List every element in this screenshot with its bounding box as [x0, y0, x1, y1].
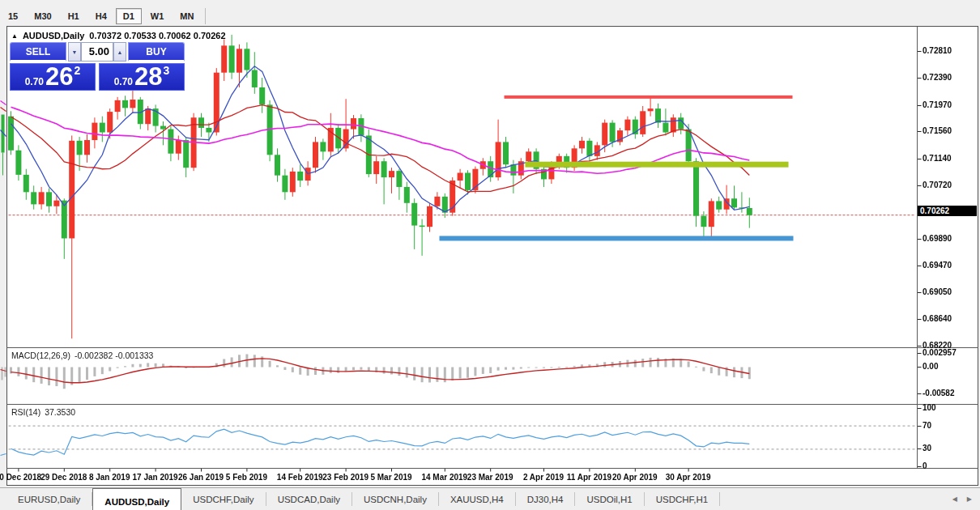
- date-axis-separator: [6, 468, 978, 469]
- macd-name: MACD(12,26,9): [11, 351, 70, 360]
- timeframe-button-w1[interactable]: W1: [143, 8, 172, 24]
- volume-input[interactable]: 5.00: [81, 42, 113, 62]
- volume-decrease-button[interactable]: ▼: [68, 42, 81, 62]
- chart-tab-usdchf-daily[interactable]: USDCHF,Daily: [181, 492, 266, 506]
- sell-button[interactable]: SELL: [10, 42, 66, 62]
- rsi-name: RSI(14): [11, 407, 40, 417]
- tab-scroll-arrows: ◀ ▶: [952, 488, 980, 510]
- price-axis-label: 0.69470: [922, 261, 952, 270]
- chart-tab-usdcad-daily[interactable]: USDCAD,Daily: [266, 492, 352, 506]
- date-axis-label: 20 Dec 2018: [0, 473, 41, 482]
- price-axis-label: 0.71970: [922, 100, 952, 109]
- collapse-arrow-icon[interactable]: ▲: [11, 32, 18, 40]
- date-axis-label: 26 Jan 2019: [178, 473, 224, 482]
- buy-price-button[interactable]: 0.70 28 3: [99, 63, 185, 91]
- price-axis-label: 0.71140: [922, 154, 952, 163]
- chart-tab-usdoil-h1[interactable]: USDOil,H1: [575, 492, 644, 506]
- price-axis-label: 0.69890: [922, 234, 952, 243]
- macd-indicator-label: MACD(12,26,9) -0.002382 -0.001333: [11, 351, 153, 360]
- rsi-axis-label: 100: [922, 403, 936, 412]
- rsi-axis-label: 30: [922, 444, 931, 453]
- date-axis-label: 30 Apr 2019: [666, 473, 711, 482]
- chart-tabs: EURUSD,DailyAUDUSD,DailyUSDCHF,DailyUSDC…: [0, 488, 720, 510]
- rsi-indicator-label: RSI(14) 37.3530: [11, 407, 75, 417]
- sell-price-button[interactable]: 0.70 26 2: [10, 63, 96, 91]
- date-axis-label: 17 Jan 2019: [133, 473, 178, 482]
- timeframe-button-m30[interactable]: M30: [27, 8, 58, 24]
- price-axis-label: 0.68640: [922, 314, 952, 323]
- macd-axis-label: 0.002957: [922, 348, 957, 357]
- symbol-period-label: AUDUSD,Daily: [23, 31, 84, 40]
- chart-tab-xauusd-h4[interactable]: XAUUSD,H4: [439, 492, 516, 506]
- timeframe-button-h4[interactable]: H4: [88, 8, 114, 24]
- chart-window: [6, 26, 978, 486]
- one-click-trading-panel: SELL ▼ 5.00 ▲ BUY 0.70 26 2 0.70 28 3: [10, 40, 185, 91]
- date-axis-label: 2 Apr 2019: [523, 473, 564, 482]
- date-axis-label: 29 Dec 2018: [40, 473, 87, 482]
- date-axis-label: 11 Apr 2019: [567, 473, 611, 482]
- date-axis-label: 5 Feb 2019: [226, 473, 267, 482]
- timeframe-button-h1[interactable]: H1: [61, 8, 87, 24]
- buy-price-prefix: 0.70: [114, 76, 133, 87]
- tab-scroll-right-icon[interactable]: ▶: [967, 495, 972, 503]
- date-axis-label: 20 Apr 2019: [612, 473, 658, 482]
- macd-axis-label: -0.00582: [922, 389, 954, 397]
- rsi-axis-label: 0: [922, 461, 927, 470]
- chart-tab-usdcnh-daily[interactable]: USDCNH,Daily: [352, 492, 439, 506]
- rsi-pane-separator[interactable]: [6, 404, 978, 405]
- macd-pane-separator[interactable]: [6, 347, 978, 348]
- price-axis-label: 0.72810: [922, 46, 952, 55]
- date-axis-label: 14 Feb 2019: [277, 473, 323, 482]
- date-axis-label: 14 Mar 2019: [421, 473, 467, 482]
- price-axis-label: 0.71560: [922, 126, 952, 135]
- macd-values: -0.002382 -0.001333: [75, 351, 154, 360]
- macd-axis-label: 0.00: [922, 362, 938, 371]
- price-axis-label: 0.72390: [922, 73, 952, 82]
- date-axis-label: 8 Jan 2019: [89, 473, 130, 482]
- chart-tab-bar: EURUSD,DailyAUDUSD,DailyUSDCHF,DailyUSDC…: [0, 487, 980, 510]
- timeframe-button-mn[interactable]: MN: [173, 8, 201, 24]
- price-axis-separator: [917, 27, 918, 469]
- rsi-value: 37.3530: [45, 407, 75, 417]
- timeframe-toolbar: 15M30H1H4D1W1MN: [0, 0, 980, 25]
- triangle-down-icon: ▼: [72, 49, 78, 55]
- date-axis-label: 5 Mar 2019: [370, 473, 411, 482]
- buy-button[interactable]: BUY: [128, 42, 185, 62]
- chart-title: ▲ AUDUSD,Daily 0.70372 0.70533 0.70062 0…: [11, 31, 226, 40]
- sell-price-pips: 26: [45, 66, 73, 87]
- tab-scroll-left-icon[interactable]: ◀: [952, 495, 957, 503]
- buy-price-pips: 28: [134, 66, 162, 87]
- toolbar-separator: [205, 8, 206, 24]
- chart-tab-eurusd-daily[interactable]: EURUSD,Daily: [6, 492, 92, 506]
- date-axis-label: 23 Mar 2019: [467, 473, 513, 482]
- chart-tab-dj30-h4[interactable]: DJ30,H4: [516, 492, 576, 506]
- timeframe-buttons: 15M30H1H4D1W1MN: [0, 7, 209, 25]
- volume-increase-button[interactable]: ▲: [113, 42, 126, 62]
- sell-price-point: 2: [75, 64, 81, 77]
- sell-price-prefix: 0.70: [25, 76, 44, 87]
- date-axis-label: 23 Feb 2019: [322, 473, 369, 482]
- ohlc-values: 0.70372 0.70533 0.70062 0.70262: [89, 31, 225, 40]
- timeframe-button-d1[interactable]: D1: [116, 8, 142, 24]
- triangle-up-icon: ▲: [117, 49, 123, 55]
- timeframe-button-15[interactable]: 15: [1, 8, 25, 24]
- chart-tab-audusd-daily[interactable]: AUDUSD,Daily: [92, 488, 181, 510]
- buy-price-point: 3: [164, 64, 170, 77]
- rsi-axis-label: 70: [922, 421, 931, 430]
- chart-tab-usdchf-h1[interactable]: USDCHF,H1: [645, 492, 721, 506]
- current-price-badge: 0.70262: [918, 206, 977, 216]
- price-axis-label: 0.69050: [922, 287, 952, 296]
- price-axis-label: 0.70720: [922, 181, 952, 189]
